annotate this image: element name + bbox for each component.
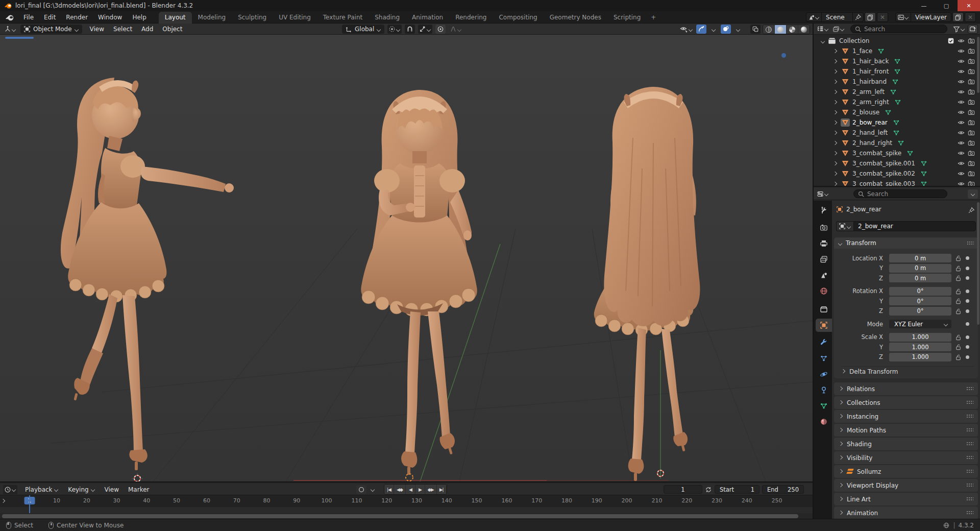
prev-keyframe-button[interactable]: ◀◆ bbox=[394, 485, 406, 494]
lock-icon[interactable] bbox=[954, 287, 962, 295]
outliner-scrollbar[interactable] bbox=[977, 37, 979, 93]
drag-handle-icon[interactable] bbox=[966, 387, 973, 391]
tab-rendering[interactable]: Rendering bbox=[449, 12, 493, 23]
properties-tab-scene[interactable] bbox=[816, 269, 832, 282]
properties-tab-data[interactable] bbox=[816, 399, 832, 413]
editor-type-button[interactable] bbox=[3, 25, 17, 34]
lock-icon[interactable] bbox=[954, 297, 962, 305]
gizmos-dropdown[interactable] bbox=[708, 25, 719, 34]
section-relations[interactable]: Relations bbox=[834, 382, 978, 395]
menu-file[interactable]: File bbox=[18, 12, 39, 22]
camera-icon[interactable] bbox=[968, 129, 975, 136]
section-viewport-display[interactable]: Viewport Display bbox=[834, 479, 978, 492]
properties-options-dropdown[interactable] bbox=[968, 189, 978, 199]
mode-dropdown[interactable]: XYZ Euler bbox=[889, 320, 951, 328]
outliner-item[interactable]: 2_hand_right bbox=[814, 138, 980, 148]
section-line-art[interactable]: Line Art bbox=[834, 493, 978, 505]
expand-icon[interactable] bbox=[833, 182, 838, 186]
outliner-search[interactable]: Search bbox=[850, 25, 947, 33]
checkbox-icon[interactable] bbox=[947, 37, 954, 44]
play-button[interactable]: ▶ bbox=[415, 485, 425, 494]
value-field[interactable]: 0° bbox=[889, 307, 951, 316]
show-object-types-dropdown[interactable] bbox=[679, 25, 694, 34]
lock-icon[interactable] bbox=[954, 264, 962, 272]
expand-icon[interactable] bbox=[833, 100, 838, 105]
tab-modeling[interactable]: Modeling bbox=[192, 12, 232, 23]
outliner-editor-type-button[interactable] bbox=[816, 25, 830, 34]
animate-dot-icon[interactable] bbox=[966, 299, 969, 303]
outliner-display-mode-dropdown[interactable] bbox=[831, 25, 846, 34]
eye-icon[interactable] bbox=[958, 139, 965, 147]
timeline-track-area[interactable] bbox=[0, 507, 813, 513]
viewport-3d[interactable] bbox=[0, 35, 813, 481]
value-field[interactable]: 0 m bbox=[889, 274, 951, 282]
timeline-menu-marker[interactable]: Marker bbox=[124, 485, 154, 494]
playhead[interactable] bbox=[29, 495, 30, 513]
viewport-menu-add[interactable]: Add bbox=[137, 25, 158, 34]
tab-geometry-nodes[interactable]: Geometry Nodes bbox=[544, 12, 607, 23]
camera-icon[interactable] bbox=[968, 170, 975, 177]
camera-icon[interactable] bbox=[968, 78, 975, 85]
eye-icon[interactable] bbox=[958, 109, 965, 116]
drag-handle-icon[interactable] bbox=[966, 428, 973, 432]
object-icon[interactable] bbox=[836, 221, 853, 231]
expand-icon[interactable] bbox=[833, 59, 838, 64]
shading-wireframe-button[interactable] bbox=[763, 25, 775, 34]
tab-compositing[interactable]: Compositing bbox=[493, 12, 543, 23]
tab-scripting[interactable]: Scripting bbox=[607, 12, 647, 23]
drag-handle-icon[interactable] bbox=[966, 469, 973, 474]
new-scene-button[interactable] bbox=[865, 12, 876, 22]
animate-dot-icon[interactable] bbox=[966, 355, 969, 359]
timeline-ruler[interactable]: 1020304050607080901001101201301401501601… bbox=[0, 495, 813, 507]
drag-handle-icon[interactable] bbox=[967, 241, 974, 246]
outliner-item[interactable]: 3_combat_spike bbox=[814, 148, 980, 158]
camera-icon[interactable] bbox=[968, 160, 975, 167]
camera-icon[interactable] bbox=[968, 150, 975, 157]
drag-handle-icon[interactable] bbox=[966, 511, 973, 515]
mode-dropdown[interactable]: Object Mode bbox=[20, 25, 82, 34]
properties-scrollbar[interactable] bbox=[977, 202, 979, 325]
viewport-menu-select[interactable]: Select bbox=[109, 25, 137, 34]
camera-icon[interactable] bbox=[968, 109, 975, 116]
eye-icon[interactable] bbox=[958, 58, 965, 65]
timeline-menu-keying[interactable]: Keying bbox=[63, 485, 100, 494]
properties-tab-material[interactable] bbox=[816, 415, 832, 428]
jump-start-button[interactable]: |◀ bbox=[384, 485, 394, 494]
outliner-filter-dropdown[interactable] bbox=[952, 25, 966, 34]
drag-handle-icon[interactable] bbox=[966, 414, 973, 419]
shading-material-button[interactable] bbox=[787, 25, 798, 34]
transform-orientation-dropdown[interactable]: Global bbox=[342, 25, 384, 34]
properties-tab-collection[interactable] bbox=[816, 303, 832, 316]
timeline-editor-type-button[interactable] bbox=[3, 485, 17, 494]
outliner-item[interactable]: 2_arm_right bbox=[814, 97, 980, 107]
eye-icon[interactable] bbox=[958, 150, 965, 157]
tab-sculpting[interactable]: Sculpting bbox=[232, 12, 273, 23]
maximize-button[interactable]: ▢ bbox=[935, 0, 958, 11]
eye-icon[interactable] bbox=[958, 68, 965, 75]
lock-icon[interactable] bbox=[954, 343, 962, 351]
snap-toggle[interactable] bbox=[405, 25, 415, 34]
shading-solid-button[interactable] bbox=[775, 25, 787, 34]
camera-icon[interactable] bbox=[968, 119, 975, 126]
close-button[interactable]: ✕ bbox=[958, 0, 980, 11]
new-viewlayer-button[interactable] bbox=[952, 12, 964, 22]
camera-icon[interactable] bbox=[968, 68, 975, 75]
eye-icon[interactable] bbox=[958, 37, 965, 44]
properties-tab-modifiers[interactable] bbox=[816, 336, 832, 349]
properties-tab-tool[interactable] bbox=[816, 204, 832, 217]
eye-icon[interactable] bbox=[958, 47, 965, 55]
value-field[interactable]: 0° bbox=[889, 297, 951, 305]
value-field[interactable]: 1.000 bbox=[889, 353, 951, 361]
sync-icon[interactable] bbox=[705, 486, 712, 493]
frame-end-field[interactable]: End250 bbox=[762, 485, 804, 494]
lock-icon[interactable] bbox=[954, 353, 962, 361]
eye-icon[interactable] bbox=[958, 170, 965, 177]
xray-toggle[interactable] bbox=[750, 25, 761, 34]
add-workspace-button[interactable]: + bbox=[647, 12, 660, 23]
properties-search[interactable]: Search bbox=[853, 189, 947, 198]
drag-handle-icon[interactable] bbox=[966, 497, 973, 501]
camera-icon[interactable] bbox=[968, 37, 975, 44]
expand-icon[interactable] bbox=[833, 151, 838, 156]
lock-icon[interactable] bbox=[954, 254, 962, 262]
eye-icon[interactable] bbox=[958, 119, 965, 126]
